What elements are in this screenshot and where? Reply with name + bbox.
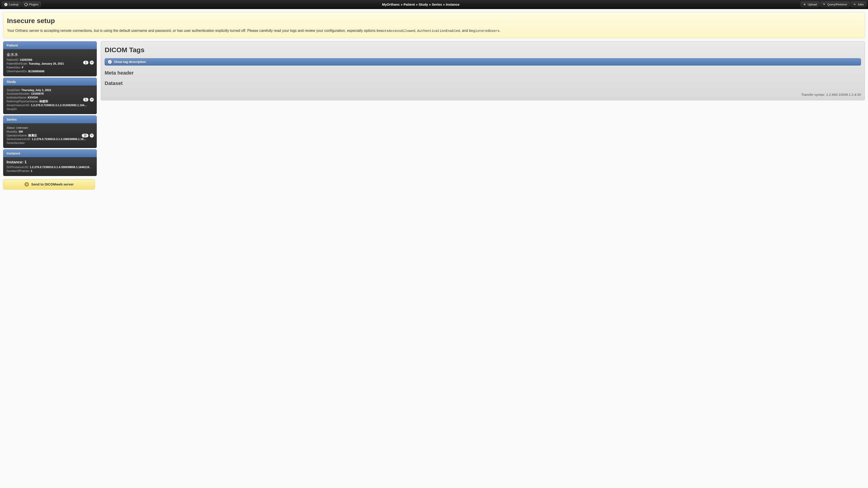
breadcrumb: MyOrthanc » Patient » Study » Series » I… <box>41 2 801 6</box>
patient-name: 金水水 <box>6 52 93 57</box>
chevron-right-icon: › <box>4 3 7 6</box>
send-dicomweb-button[interactable]: ➤ Send to DICOMweb server <box>3 179 95 190</box>
instance-header: Instance <box>3 149 97 157</box>
patient-count-badge: 1 <box>83 61 88 64</box>
undo-icon[interactable]: ↶ <box>90 61 94 65</box>
study-count-badge: 1 <box>83 98 88 101</box>
jobs-label: Jobs <box>858 3 864 6</box>
grid-icon: ▦ <box>24 3 28 6</box>
check-icon: ✓ <box>108 60 112 64</box>
warning-text: Your Orthanc server is accepting remote … <box>7 28 861 33</box>
series-count-badge: 15 <box>82 134 88 137</box>
plugins-button[interactable]: ▦ Plugins <box>22 2 41 7</box>
search-icon: 🔍 <box>823 3 826 6</box>
undo-icon[interactable]: ↶ <box>90 98 94 102</box>
jobs-button[interactable]: ⟳ Jobs <box>850 2 866 7</box>
upload-button[interactable]: ⚙ Upload <box>801 2 819 7</box>
study-header: Study <box>3 78 97 86</box>
lookup-button[interactable]: › Lookup <box>2 2 21 7</box>
dicom-tags-panel: DICOM Tags ✓ Show tag description Meta h… <box>101 41 865 100</box>
patient-header: Patient <box>3 41 97 49</box>
insecure-setup-warning: Insecure setup Your Orthanc server is ac… <box>3 12 865 38</box>
toggle-label: Show tag description <box>114 60 146 64</box>
dataset-heading: Dataset <box>105 80 861 86</box>
transfer-syntax: Transfer syntax: 1.2.840.10008.1.2.4.50 <box>105 93 861 96</box>
query-label: Query/Retrieve <box>827 3 847 6</box>
study-item[interactable]: StudyDate: Thursday, July 1, 2021 Access… <box>3 86 97 114</box>
patient-item[interactable]: 金水水 PatientID: 14282566 PatientBirthDate… <box>3 49 97 76</box>
gear-icon: ⚙ <box>803 3 806 6</box>
upload-label: Upload <box>808 3 817 6</box>
send-label: Send to DICOMweb server <box>31 182 74 186</box>
refresh-icon: ⟳ <box>853 3 856 6</box>
forward-icon: ➤ <box>24 182 29 187</box>
lookup-label: Lookup <box>9 3 19 6</box>
warning-title: Insecure setup <box>7 17 861 25</box>
instance-title: Instance: 1 <box>6 160 93 164</box>
meta-header-heading: Meta header <box>105 70 861 76</box>
show-tag-description-toggle[interactable]: ✓ Show tag description <box>105 58 861 66</box>
plugins-label: Plugins <box>29 3 39 6</box>
series-item[interactable]: Status: Unknown Modality: SM OperatorsNa… <box>3 123 97 148</box>
instance-item[interactable]: Instance: 1 SOPInstanceUID: 1.2.276.0.72… <box>3 157 97 176</box>
dicom-tags-title: DICOM Tags <box>105 46 861 54</box>
query-retrieve-button[interactable]: 🔍 Query/Retrieve <box>820 2 849 7</box>
undo-icon[interactable]: ↶ <box>90 133 94 138</box>
series-header: Series <box>3 116 97 123</box>
top-toolbar: › Lookup ▦ Plugins MyOrthanc » Patient »… <box>0 0 868 9</box>
